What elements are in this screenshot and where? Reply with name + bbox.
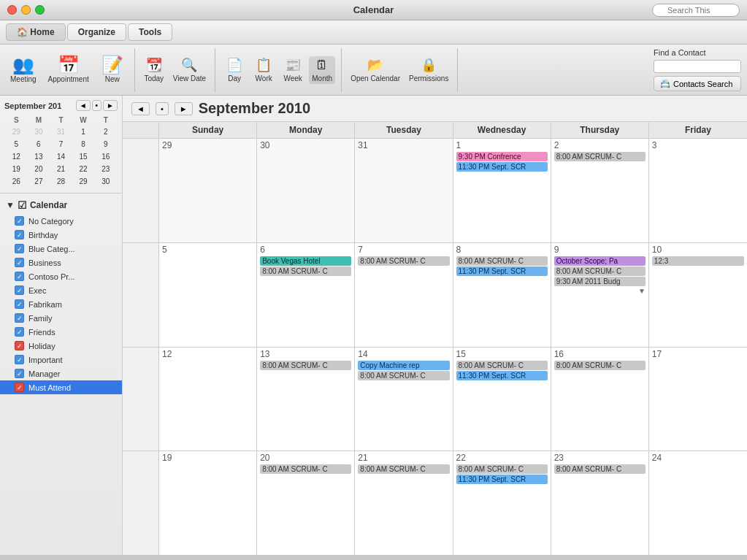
sidebar-item-exec[interactable]: ✓ Exec	[0, 283, 122, 297]
cal-cell-sep16[interactable]: 16 8:00 AM SCRUM- C	[551, 348, 649, 451]
mini-cal-day[interactable]: 2	[95, 126, 116, 137]
cal-event[interactable]: 8:00 AM SCRUM- C	[456, 256, 548, 266]
cal-cell-sep2[interactable]: 2 8:00 AM SCRUM- C	[551, 139, 649, 242]
cal-event[interactable]: 8:00 AM SCRUM- C	[260, 361, 351, 370]
cal-cell-sep9[interactable]: 9 October Scope; Pa 8:00 AM SCRUM- C 9:3…	[551, 243, 649, 347]
day-button[interactable]: 📄 Day	[221, 55, 248, 84]
mini-cal-today[interactable]: •	[92, 100, 102, 111]
cal-event[interactable]: 8:00 AM SCRUM- C	[358, 256, 449, 266]
cal-event[interactable]: 8:00 AM SCRUM- C	[456, 361, 548, 370]
checkbox-exec[interactable]: ✓	[15, 285, 24, 295]
month-button[interactable]: 🗓 Month	[309, 56, 335, 84]
cal-event[interactable]: 8:00 AM SCRUM- C	[554, 361, 646, 370]
checkbox-business[interactable]: ✓	[15, 258, 24, 267]
week-button[interactable]: 📰 Week	[280, 55, 306, 84]
cal-event[interactable]: 8:00 AM SCRUM- C	[554, 464, 646, 474]
mini-cal-day[interactable]: 28	[50, 176, 72, 187]
cal-cell-sep15[interactable]: 15 8:00 AM SCRUM- C 11:30 PM Sept. SCR	[453, 348, 551, 451]
mini-cal-day[interactable]: 15	[73, 151, 94, 162]
cal-event[interactable]: 11:30 PM Sept. SCR	[456, 162, 548, 172]
mini-cal-day[interactable]: 12	[6, 151, 27, 162]
cal-cell-sep24[interactable]: 24	[649, 451, 747, 555]
cal-event[interactable]: 11:30 PM Sept. SCR	[456, 475, 548, 484]
cal-cell-sep13[interactable]: 13 8:00 AM SCRUM- C	[257, 348, 355, 451]
cal-cell-sep10[interactable]: 10 12:3	[649, 243, 747, 347]
cal-event[interactable]: 9:30 AM 2011 Budg	[554, 277, 646, 286]
cal-cell-sep12[interactable]: 12	[159, 348, 257, 451]
sidebar-item-manager[interactable]: ✓ Manager	[0, 367, 122, 380]
mini-cal-next[interactable]: ►	[103, 100, 118, 111]
cal-cell-sep20[interactable]: 20 8:00 AM SCRUM- C	[257, 451, 355, 555]
cal-event[interactable]: 9:30 PM Confrence	[456, 152, 548, 161]
minimize-button[interactable]	[21, 5, 31, 15]
checkbox-fabrikam[interactable]: ✓	[15, 299, 24, 309]
mini-cal-day[interactable]: 30	[28, 126, 50, 137]
checkbox-birthday[interactable]: ✓	[15, 230, 24, 239]
open-calendar-button[interactable]: 📂 Open Calendar	[348, 55, 403, 84]
cal-cell-sep17[interactable]: 17	[649, 348, 747, 451]
calendar-group-header[interactable]: ▼ ☑ Calendar	[0, 196, 122, 214]
checkbox-manager[interactable]: ✓	[15, 369, 24, 378]
work-button[interactable]: 📋 Work	[250, 55, 277, 84]
sidebar-item-holiday[interactable]: ✓ Holiday	[0, 339, 122, 353]
mini-cal-day[interactable]: 9	[95, 139, 116, 150]
checkbox-holiday[interactable]: ✓	[15, 341, 24, 350]
tab-organize[interactable]: Organize	[67, 23, 126, 41]
cal-cell-sep6[interactable]: 6 Book Vegas Hotel 8:00 AM SCRUM- C	[257, 243, 355, 347]
cal-cell-sep7[interactable]: 7 8:00 AM SCRUM- C	[355, 243, 453, 347]
sidebar-item-birthday[interactable]: ✓ Birthday	[0, 228, 122, 242]
sidebar-item-important[interactable]: ✓ Important	[0, 353, 122, 367]
sidebar-item-friends[interactable]: ✓ Friends	[0, 325, 122, 339]
sidebar-item-contoso[interactable]: ✓ Contoso Pr...	[0, 269, 122, 283]
mini-cal-day[interactable]: 26	[6, 176, 27, 187]
permissions-button[interactable]: 🔒 Permissions	[406, 55, 451, 84]
mini-cal-day[interactable]: 30	[95, 176, 116, 187]
cal-event[interactable]: 8:00 AM SCRUM- C	[358, 371, 449, 380]
contacts-search-button[interactable]: 📇 Contacts Search	[654, 76, 741, 91]
mini-cal-day[interactable]: 16	[95, 151, 116, 162]
sidebar-item-business[interactable]: ✓ Business	[0, 256, 122, 269]
mini-cal-day[interactable]: 7	[50, 139, 72, 150]
mini-cal-day[interactable]: 27	[28, 176, 50, 187]
meeting-button[interactable]: 👥 Meeting	[6, 53, 41, 86]
mini-cal-day[interactable]: 23	[95, 164, 116, 174]
cal-event[interactable]: 8:00 AM SCRUM- C	[456, 464, 548, 474]
mini-cal-day[interactable]: 14	[50, 151, 72, 162]
cal-event[interactable]: 11:30 PM Sept. SCR	[456, 371, 548, 380]
mini-cal-day[interactable]: 20	[28, 164, 50, 174]
checkbox-no-category[interactable]: ✓	[15, 216, 24, 226]
tab-tools[interactable]: Tools	[128, 23, 172, 41]
sidebar-item-family[interactable]: ✓ Family	[0, 311, 122, 325]
cal-event[interactable]: 8:00 AM SCRUM- C	[260, 266, 351, 276]
checkbox-family[interactable]: ✓	[15, 313, 24, 323]
cal-event[interactable]: Copy Machine rep	[358, 361, 449, 370]
mini-cal-day[interactable]: 21	[50, 164, 72, 174]
cal-event[interactable]: 12:3	[652, 256, 744, 266]
sidebar-item-no-category[interactable]: ✓ No Category	[0, 214, 122, 228]
cal-event[interactable]: 8:00 AM SCRUM- C	[260, 464, 351, 474]
cal-cell-aug30[interactable]: 30	[257, 139, 355, 242]
mini-cal-prev[interactable]: ◄	[76, 100, 91, 111]
cal-next-button[interactable]: ►	[175, 102, 193, 115]
mini-cal-day[interactable]: 22	[73, 164, 94, 174]
mini-cal-day[interactable]: 5	[6, 139, 27, 150]
appointment-button[interactable]: 📅 Appointment	[44, 53, 93, 86]
cal-event[interactable]: 8:00 AM SCRUM- C	[358, 464, 449, 474]
checkbox-blue-categ[interactable]: ✓	[15, 244, 24, 253]
new-button[interactable]: 📝 New	[96, 53, 129, 86]
search-input[interactable]	[652, 4, 740, 17]
cal-cell-aug31[interactable]: 31	[355, 139, 453, 242]
mini-cal-day[interactable]: 13	[28, 151, 50, 162]
mini-cal-day[interactable]: 29	[73, 176, 94, 187]
cal-cell-aug29[interactable]: 29	[159, 139, 257, 242]
sidebar-item-blue-categ[interactable]: ✓ Blue Categ...	[0, 242, 122, 256]
cal-cell-sep3[interactable]: 3	[649, 139, 747, 242]
cal-event[interactable]: October Scope; Pa	[554, 256, 646, 266]
cal-event[interactable]: Book Vegas Hotel	[260, 256, 351, 266]
cal-today-dot-button[interactable]: •	[156, 102, 169, 115]
find-contact-input[interactable]	[654, 60, 741, 73]
cal-cell-sep14[interactable]: 14 Copy Machine rep 8:00 AM SCRUM- C	[355, 348, 453, 451]
cal-cell-sep8[interactable]: 8 8:00 AM SCRUM- C 11:30 PM Sept. SCR	[453, 243, 551, 347]
sidebar-item-must-attend[interactable]: ✓ Must Attend	[0, 380, 122, 394]
mini-cal-day[interactable]: 19	[6, 164, 27, 174]
